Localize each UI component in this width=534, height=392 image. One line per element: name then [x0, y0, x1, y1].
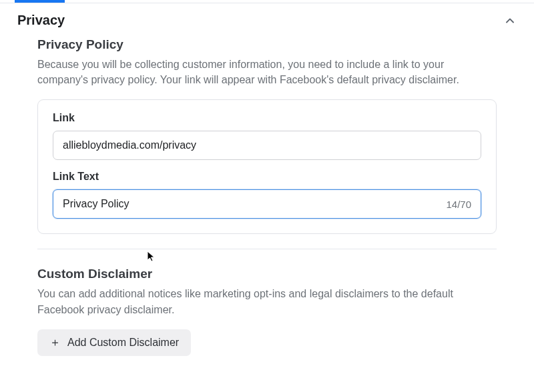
privacy-policy-title: Privacy Policy	[37, 37, 497, 52]
add-custom-disclaimer-button[interactable]: ＋ Add Custom Disclaimer	[37, 329, 191, 356]
link-input[interactable]	[53, 131, 481, 160]
privacy-content: Privacy Policy Because you will be colle…	[0, 31, 534, 356]
section-divider	[37, 249, 497, 249]
link-text-label: Link Text	[53, 171, 481, 183]
char-count: 14/70	[446, 199, 481, 210]
add-custom-disclaimer-label: Add Custom Disclaimer	[67, 337, 179, 349]
privacy-policy-card: Link Link Text 14/70	[37, 99, 497, 234]
link-text-input[interactable]	[53, 190, 446, 218]
chevron-up-icon	[503, 14, 517, 27]
custom-disclaimer-description: You can add additional notices like mark…	[37, 286, 497, 317]
privacy-policy-description: Because you will be collecting customer …	[37, 57, 497, 87]
link-label: Link	[53, 112, 481, 124]
link-text-input-wrapper[interactable]: 14/70	[53, 189, 481, 219]
privacy-section-header[interactable]: Privacy	[0, 3, 534, 31]
plus-icon: ＋	[49, 337, 61, 348]
privacy-section-title: Privacy	[17, 13, 65, 28]
custom-disclaimer-title: Custom Disclaimer	[37, 267, 497, 281]
